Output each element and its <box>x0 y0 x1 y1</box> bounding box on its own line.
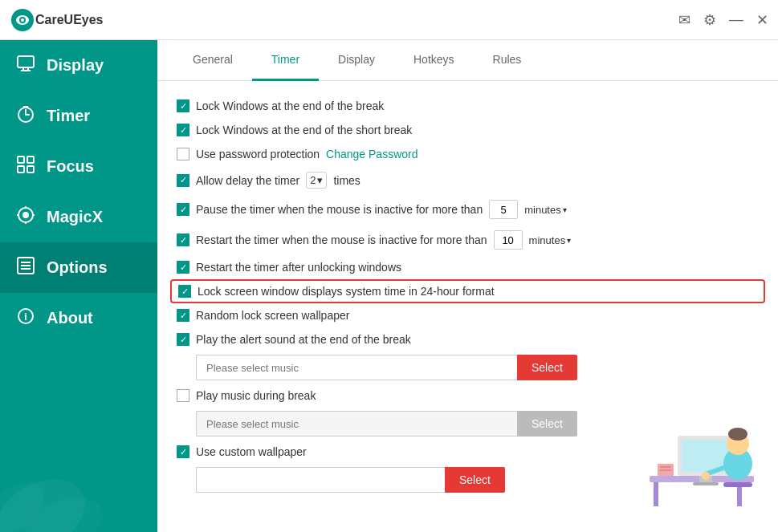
checkbox-restart-unlocking[interactable]: ✓ <box>177 261 189 274</box>
display-icon <box>16 55 35 76</box>
settings-icon[interactable]: ⚙ <box>703 11 716 29</box>
checkbox-play-music[interactable] <box>177 389 189 402</box>
checkbox-random-wallpaper[interactable]: ✓ <box>177 309 189 322</box>
email-icon[interactable]: ✉ <box>678 11 690 29</box>
svg-rect-46 <box>660 469 671 471</box>
svg-rect-32 <box>654 482 658 506</box>
svg-point-40 <box>728 428 747 441</box>
label-times: times <box>333 174 360 187</box>
tab-timer[interactable]: Timer <box>252 40 319 81</box>
sidebar-label-magicx: MagicX <box>47 208 103 226</box>
music-select-button-break[interactable]: Select <box>517 411 577 437</box>
music-input-break[interactable] <box>196 411 517 437</box>
setting-random-wallpaper: ✓ Random lock screen wallpaper <box>177 303 759 327</box>
svg-rect-43 <box>723 482 752 487</box>
setting-pause-inactive: ✓ Pause the timer when the mouse is inac… <box>177 194 759 225</box>
sidebar-item-timer[interactable]: Timer <box>0 91 157 141</box>
checkbox-lock-windows-short[interactable]: ✓ <box>177 124 189 136</box>
pause-minutes-input[interactable] <box>489 200 518 219</box>
setting-password-protection: Use password protection Change Password <box>177 142 759 166</box>
checkbox-restart-inactive[interactable]: ✓ <box>177 234 189 246</box>
app-title: CareUEyes <box>35 13 678 27</box>
svg-text:i: i <box>24 311 27 323</box>
wallpaper-select-button[interactable]: Select <box>445 467 505 493</box>
about-icon: i <box>16 307 35 329</box>
sidebar-decoration <box>0 436 157 532</box>
setting-allow-delay: ✓ Allow delay the timer 2 ▾ times <box>177 166 759 194</box>
music-select-button-alert[interactable]: Select <box>517 355 577 380</box>
svg-rect-45 <box>660 466 671 468</box>
svg-rect-4 <box>18 56 34 67</box>
tabs-bar: General Timer Display Hotkeys Rules <box>157 40 778 81</box>
sidebar-item-options[interactable]: Options <box>0 242 157 293</box>
content-area: General Timer Display Hotkeys Rules ✓ <box>157 40 778 532</box>
setting-restart-inactive: ✓ Restart the timer when the mouse is in… <box>177 225 759 255</box>
sidebar-item-magicx[interactable]: MagicX <box>0 192 157 242</box>
music-input-alert[interactable] <box>196 355 517 380</box>
label-random-wallpaper: Random lock screen wallpaper <box>196 309 349 322</box>
settings-content: ✓ Lock Windows at the end of the break ✓… <box>157 81 778 532</box>
close-button[interactable]: ✕ <box>756 11 768 29</box>
tab-general[interactable]: General <box>173 40 252 81</box>
illustration <box>633 388 762 516</box>
svg-rect-15 <box>27 166 34 173</box>
timer-icon <box>16 105 35 127</box>
label-allow-delay: Allow delay the timer <box>196 174 299 187</box>
label-play-alert: Play the alert sound at the end of the b… <box>196 333 411 346</box>
label-custom-wallpaper: Use custom wallpaper <box>196 445 307 458</box>
label-restart-unlocking: Restart the timer after unlocking window… <box>196 261 401 274</box>
tab-hotkeys[interactable]: Hotkeys <box>394 40 474 81</box>
checkbox-allow-delay[interactable]: ✓ <box>177 174 189 187</box>
tab-rules[interactable]: Rules <box>474 40 541 81</box>
tab-display[interactable]: Display <box>319 40 394 81</box>
pause-units-dropdown[interactable]: minutes <box>524 204 567 216</box>
magicx-icon <box>16 206 35 228</box>
label-restart-inactive: Restart the timer when the mouse is inac… <box>196 234 487 246</box>
svg-rect-12 <box>18 156 24 163</box>
svg-point-3 <box>21 18 24 22</box>
sidebar-label-display: Display <box>47 56 104 75</box>
sidebar-label-options: Options <box>47 258 108 277</box>
sidebar-item-focus[interactable]: Focus <box>0 141 157 192</box>
label-lock-windows-short: Lock Windows at the end of the short bre… <box>196 124 412 136</box>
app-logo <box>10 7 35 33</box>
restart-units-dropdown[interactable]: minutes <box>529 234 572 246</box>
options-icon <box>16 257 35 278</box>
label-play-music: Play music during break <box>196 389 316 402</box>
music-select-row-alert: Select <box>196 355 759 380</box>
checkbox-pause-inactive[interactable]: ✓ <box>177 203 189 216</box>
checkbox-custom-wallpaper[interactable]: ✓ <box>177 445 189 458</box>
svg-point-42 <box>702 472 710 480</box>
svg-rect-13 <box>27 156 34 163</box>
checkbox-24hour[interactable]: ✓ <box>178 285 191 298</box>
minimize-button[interactable]: — <box>729 11 743 28</box>
sidebar-label-about: About <box>47 309 93 327</box>
sidebar-item-display[interactable]: Display <box>0 40 157 91</box>
label-pause-inactive: Pause the timer when the mouse is inacti… <box>196 203 483 216</box>
label-24hour: Lock screen window displays system time … <box>198 285 495 298</box>
sidebar-label-timer: Timer <box>47 107 90 125</box>
setting-lock-windows-short: ✓ Lock Windows at the end of the short b… <box>177 118 759 142</box>
titlebar: CareUEyes ✉ ⚙ — ✕ <box>0 0 778 40</box>
delay-times-dropdown[interactable]: 2 ▾ <box>306 172 327 189</box>
label-password-protection: Use password protection <box>196 148 320 160</box>
focus-icon <box>16 156 35 177</box>
setting-lock-windows-break: ✓ Lock Windows at the end of the break <box>177 94 759 118</box>
setting-play-alert: ✓ Play the alert sound at the end of the… <box>177 327 759 351</box>
label-lock-windows-break: Lock Windows at the end of the break <box>196 99 384 112</box>
checkbox-password-protection[interactable] <box>177 148 189 160</box>
checkbox-lock-windows-break[interactable]: ✓ <box>177 99 189 112</box>
sidebar-label-focus: Focus <box>47 157 94 176</box>
sidebar: Display Timer Fo <box>0 40 157 532</box>
checkbox-play-alert[interactable]: ✓ <box>177 333 189 346</box>
titlebar-actions: ✉ ⚙ — ✕ <box>678 11 768 29</box>
change-password-link[interactable]: Change Password <box>326 148 418 160</box>
sidebar-item-about[interactable]: i About <box>0 293 157 343</box>
restart-minutes-input[interactable] <box>494 230 523 250</box>
svg-rect-14 <box>18 166 24 173</box>
wallpaper-input[interactable] <box>196 467 445 493</box>
svg-rect-37 <box>693 482 719 485</box>
setting-restart-unlocking: ✓ Restart the timer after unlocking wind… <box>177 255 759 279</box>
main-layout: Display Timer Fo <box>0 40 778 532</box>
setting-24hour: ✓ Lock screen window displays system tim… <box>170 279 765 303</box>
